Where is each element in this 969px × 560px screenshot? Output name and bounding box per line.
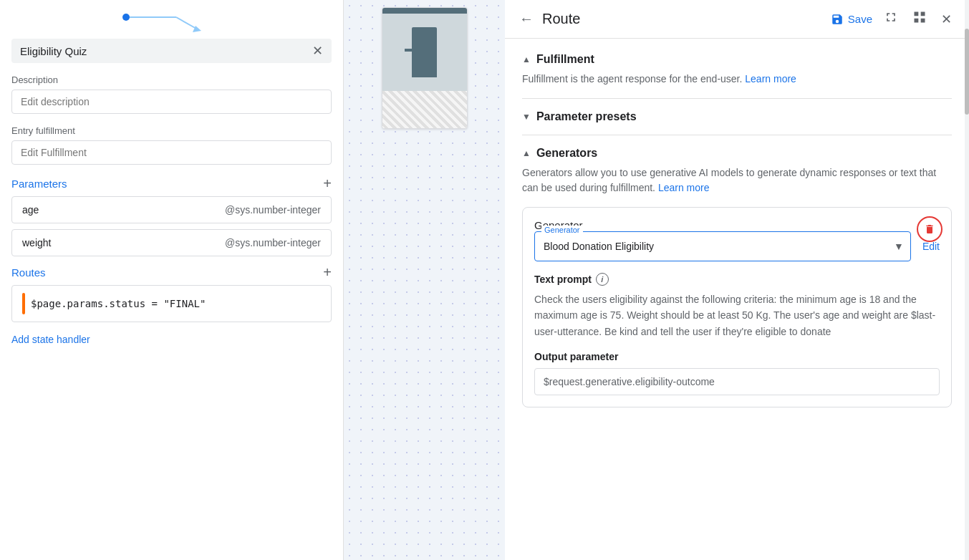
parameter-presets-header[interactable]: ▼ Parameter presets — [522, 110, 952, 123]
scrollbar-thumb — [965, 29, 969, 115]
fulfillment-section-header[interactable]: ▲ Fulfillment — [522, 53, 952, 66]
generators-learn-more[interactable]: Learn more — [658, 182, 710, 193]
grid-icon — [912, 10, 927, 24]
canvas-node-door — [412, 27, 437, 77]
routes-section: Routes + $page.params.status = "FINAL" — [11, 265, 332, 328]
routes-section-header: Routes + — [11, 265, 332, 279]
param-name-age: age — [22, 204, 39, 216]
generator-card: Generator Generator Blood Donation Eligi… — [522, 207, 952, 407]
param-type-weight: @sys.number-integer — [225, 237, 321, 248]
description-input[interactable] — [11, 90, 332, 114]
fulfillment-learn-more[interactable]: Learn more — [745, 73, 796, 85]
svg-line-2 — [176, 17, 198, 29]
canvas-node-header — [382, 8, 467, 14]
description-label: Description — [11, 74, 332, 85]
divider-1 — [522, 98, 952, 99]
header-icons: ✕ — [881, 7, 955, 31]
panel-title: Eligibility Quiz — [20, 45, 87, 57]
canvas-node-bar — [405, 49, 413, 52]
fulfillment-chevron-up: ▲ — [522, 54, 531, 64]
generators-title: Generators — [536, 147, 597, 160]
parameter-presets-title: Parameter presets — [536, 110, 637, 123]
add-route-button[interactable]: + — [323, 265, 332, 279]
generator-select-label: Generator — [541, 226, 583, 234]
text-prompt-content: Check the users eligibility against the … — [534, 291, 940, 339]
output-param-label: Output parameter — [534, 351, 940, 362]
fullscreen-icon — [884, 10, 898, 24]
left-panel: Eligibility Quiz ✕ Description Entry ful… — [0, 0, 344, 560]
delete-icon — [924, 223, 935, 235]
fulfillment-title: Fulfillment — [536, 53, 594, 66]
fulfillment-description: Fulfillment is the agent response for th… — [522, 72, 952, 87]
fulfillment-section: ▲ Fulfillment Fulfillment is the agent r… — [522, 53, 952, 87]
add-state-handler-link[interactable]: Add state handler — [11, 334, 332, 345]
fulfillment-input[interactable] — [11, 140, 332, 165]
parameter-presets-section: ▼ Parameter presets — [522, 110, 952, 123]
parameters-label: Parameters — [11, 178, 67, 190]
canvas-node-footer — [382, 91, 467, 129]
node-connector — [119, 11, 332, 33]
fulfillment-label: Entry fulfillment — [11, 125, 332, 136]
parameter-presets-chevron-down: ▼ — [522, 112, 531, 122]
delete-generator-button[interactable] — [917, 216, 943, 242]
fullscreen-button[interactable] — [881, 7, 901, 31]
parameter-row-weight: weight @sys.number-integer — [11, 229, 332, 256]
generator-select-row: Generator Blood Donation Eligibility ▼ E… — [534, 231, 940, 261]
routes-label: Routes — [11, 266, 46, 279]
grid-button[interactable] — [910, 7, 930, 31]
generators-section: ▲ Generators Generators allow you to use… — [522, 147, 952, 407]
back-button[interactable]: ← — [519, 11, 534, 27]
canvas-node-body — [382, 14, 467, 91]
param-name-weight: weight — [22, 237, 51, 248]
text-prompt-label: Text prompt i — [534, 273, 940, 286]
canvas-node — [382, 7, 468, 129]
close-button[interactable]: ✕ — [312, 44, 323, 57]
add-parameter-button[interactable]: + — [323, 176, 332, 190]
close-right-button[interactable]: ✕ — [938, 9, 955, 30]
edit-generator-link[interactable]: Edit — [922, 241, 940, 252]
generator-select[interactable]: Blood Donation Eligibility — [534, 231, 911, 261]
parameter-row-age: age @sys.number-integer — [11, 196, 332, 223]
save-button[interactable]: Save — [831, 13, 872, 26]
param-type-age: @sys.number-integer — [225, 204, 321, 216]
generators-chevron-up: ▲ — [522, 148, 531, 158]
generator-select-wrapper: Generator Blood Donation Eligibility ▼ — [534, 231, 911, 261]
right-content: ▲ Fulfillment Fulfillment is the agent r… — [505, 39, 969, 560]
route-indicator — [22, 293, 25, 314]
right-header: ← Route Save ✕ — [505, 0, 969, 39]
svg-point-0 — [122, 14, 130, 21]
route-title: Route — [542, 11, 822, 27]
right-panel: ← Route Save ✕ ▲ — [505, 0, 969, 560]
generators-section-header[interactable]: ▲ Generators — [522, 147, 952, 160]
output-param-input[interactable] — [534, 368, 940, 395]
panel-title-bar: Eligibility Quiz ✕ — [11, 39, 332, 63]
info-icon: i — [596, 273, 609, 286]
route-text: $page.params.status = "FINAL" — [31, 298, 206, 309]
scrollbar-track[interactable] — [965, 0, 969, 560]
save-icon — [831, 13, 844, 26]
generators-description: Generators allow you to use generative A… — [522, 165, 952, 195]
divider-2 — [522, 135, 952, 135]
parameters-section-header: Parameters + — [11, 176, 332, 190]
route-item[interactable]: $page.params.status = "FINAL" — [11, 285, 332, 322]
canvas-panel — [344, 0, 505, 560]
